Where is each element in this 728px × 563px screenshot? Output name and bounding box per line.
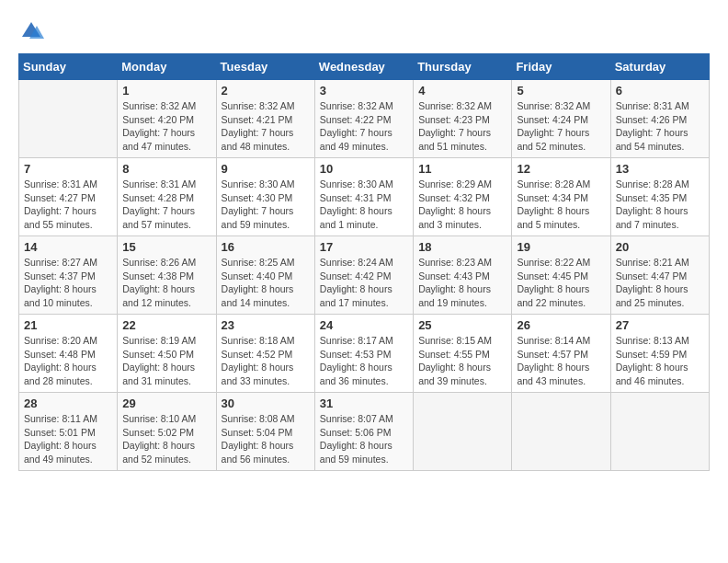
calendar-cell	[512, 393, 610, 471]
day-info: Sunrise: 8:18 AMSunset: 4:52 PMDaylight:…	[222, 334, 310, 388]
day-number: 29	[122, 396, 210, 410]
day-info: Sunrise: 8:07 AMSunset: 5:06 PMDaylight:…	[320, 412, 408, 466]
calendar-cell: 30Sunrise: 8:08 AMSunset: 5:04 PMDayligh…	[216, 393, 314, 471]
day-number: 23	[222, 318, 310, 332]
header-day-tuesday: Tuesday	[216, 54, 314, 80]
calendar-cell: 25Sunrise: 8:15 AMSunset: 4:55 PMDayligh…	[414, 315, 512, 393]
day-info: Sunrise: 8:15 AMSunset: 4:55 PMDaylight:…	[418, 334, 506, 388]
calendar-cell	[610, 393, 709, 471]
calendar-table: SundayMondayTuesdayWednesdayThursdayFrid…	[18, 53, 710, 471]
day-info: Sunrise: 8:31 AMSunset: 4:28 PMDaylight:…	[122, 178, 210, 232]
day-number: 15	[122, 240, 210, 254]
day-number: 3	[320, 84, 408, 98]
day-info: Sunrise: 8:32 AMSunset: 4:22 PMDaylight:…	[320, 99, 408, 154]
day-number: 10	[320, 162, 408, 176]
day-number: 21	[24, 318, 112, 332]
day-number: 8	[122, 162, 210, 176]
day-number: 26	[517, 318, 605, 332]
header-row: SundayMondayTuesdayWednesdayThursdayFrid…	[19, 54, 710, 80]
calendar-cell: 20Sunrise: 8:21 AMSunset: 4:47 PMDayligh…	[610, 236, 709, 315]
calendar-week-1: 1Sunrise: 8:32 AMSunset: 4:20 PMDaylight…	[19, 80, 710, 158]
calendar-cell: 29Sunrise: 8:10 AMSunset: 5:02 PMDayligh…	[118, 393, 216, 471]
day-number: 6	[616, 84, 704, 98]
calendar-cell: 23Sunrise: 8:18 AMSunset: 4:52 PMDayligh…	[216, 315, 314, 393]
calendar-cell: 21Sunrise: 8:20 AMSunset: 4:48 PMDayligh…	[19, 315, 118, 393]
day-info: Sunrise: 8:31 AMSunset: 4:27 PMDaylight:…	[24, 178, 112, 232]
calendar-cell: 9Sunrise: 8:30 AMSunset: 4:30 PMDaylight…	[216, 158, 314, 236]
day-number: 27	[616, 318, 704, 332]
calendar-cell: 5Sunrise: 8:32 AMSunset: 4:24 PMDaylight…	[512, 80, 610, 158]
page-header	[18, 18, 710, 44]
calendar-cell: 2Sunrise: 8:32 AMSunset: 4:21 PMDaylight…	[216, 80, 314, 158]
day-number: 20	[616, 240, 704, 254]
day-info: Sunrise: 8:14 AMSunset: 4:57 PMDaylight:…	[517, 334, 605, 388]
calendar-week-5: 28Sunrise: 8:11 AMSunset: 5:01 PMDayligh…	[19, 393, 710, 471]
calendar-cell	[414, 393, 512, 471]
calendar-cell: 27Sunrise: 8:13 AMSunset: 4:59 PMDayligh…	[610, 315, 709, 393]
day-info: Sunrise: 8:17 AMSunset: 4:53 PMDaylight:…	[320, 334, 408, 388]
day-number: 5	[517, 84, 605, 98]
calendar-cell: 17Sunrise: 8:24 AMSunset: 4:42 PMDayligh…	[314, 236, 413, 315]
day-info: Sunrise: 8:30 AMSunset: 4:31 PMDaylight:…	[320, 178, 408, 232]
calendar-cell	[19, 80, 118, 158]
logo-icon	[18, 18, 44, 44]
day-number: 12	[517, 162, 605, 176]
calendar-cell: 22Sunrise: 8:19 AMSunset: 4:50 PMDayligh…	[118, 315, 216, 393]
calendar-cell: 4Sunrise: 8:32 AMSunset: 4:23 PMDaylight…	[414, 80, 512, 158]
calendar-cell: 10Sunrise: 8:30 AMSunset: 4:31 PMDayligh…	[314, 158, 413, 236]
calendar-cell: 12Sunrise: 8:28 AMSunset: 4:34 PMDayligh…	[512, 158, 610, 236]
calendar-body: 1Sunrise: 8:32 AMSunset: 4:20 PMDaylight…	[19, 80, 710, 471]
day-info: Sunrise: 8:25 AMSunset: 4:40 PMDaylight:…	[222, 256, 310, 310]
calendar-week-3: 14Sunrise: 8:27 AMSunset: 4:37 PMDayligh…	[19, 236, 710, 315]
day-number: 9	[222, 162, 310, 176]
day-info: Sunrise: 8:30 AMSunset: 4:30 PMDaylight:…	[222, 178, 310, 232]
day-number: 2	[222, 84, 310, 98]
day-info: Sunrise: 8:31 AMSunset: 4:26 PMDaylight:…	[616, 99, 704, 154]
header-day-thursday: Thursday	[414, 54, 512, 80]
day-number: 13	[616, 162, 704, 176]
day-info: Sunrise: 8:32 AMSunset: 4:24 PMDaylight:…	[517, 99, 605, 154]
calendar-week-2: 7Sunrise: 8:31 AMSunset: 4:27 PMDaylight…	[19, 158, 710, 236]
calendar-cell: 26Sunrise: 8:14 AMSunset: 4:57 PMDayligh…	[512, 315, 610, 393]
logo	[18, 18, 48, 44]
header-day-sunday: Sunday	[19, 54, 118, 80]
calendar-cell: 3Sunrise: 8:32 AMSunset: 4:22 PMDaylight…	[314, 80, 413, 158]
calendar-cell: 1Sunrise: 8:32 AMSunset: 4:20 PMDaylight…	[118, 80, 216, 158]
day-info: Sunrise: 8:24 AMSunset: 4:42 PMDaylight:…	[320, 256, 408, 310]
calendar-cell: 15Sunrise: 8:26 AMSunset: 4:38 PMDayligh…	[118, 236, 216, 315]
day-number: 22	[122, 318, 210, 332]
day-number: 11	[418, 162, 506, 176]
day-number: 4	[418, 84, 506, 98]
calendar-cell: 6Sunrise: 8:31 AMSunset: 4:26 PMDaylight…	[610, 80, 709, 158]
day-info: Sunrise: 8:32 AMSunset: 4:23 PMDaylight:…	[418, 99, 506, 154]
day-info: Sunrise: 8:19 AMSunset: 4:50 PMDaylight:…	[122, 334, 210, 388]
day-number: 16	[222, 240, 310, 254]
calendar-cell: 24Sunrise: 8:17 AMSunset: 4:53 PMDayligh…	[314, 315, 413, 393]
day-info: Sunrise: 8:27 AMSunset: 4:37 PMDaylight:…	[24, 256, 112, 310]
calendar-cell: 18Sunrise: 8:23 AMSunset: 4:43 PMDayligh…	[414, 236, 512, 315]
day-number: 1	[122, 84, 210, 98]
day-info: Sunrise: 8:29 AMSunset: 4:32 PMDaylight:…	[418, 178, 506, 232]
day-info: Sunrise: 8:11 AMSunset: 5:01 PMDaylight:…	[24, 412, 112, 466]
day-number: 28	[24, 396, 112, 410]
calendar-cell: 7Sunrise: 8:31 AMSunset: 4:27 PMDaylight…	[19, 158, 118, 236]
day-number: 31	[320, 396, 408, 410]
day-number: 24	[320, 318, 408, 332]
day-info: Sunrise: 8:21 AMSunset: 4:47 PMDaylight:…	[616, 256, 704, 310]
day-info: Sunrise: 8:26 AMSunset: 4:38 PMDaylight:…	[122, 256, 210, 310]
day-number: 25	[418, 318, 506, 332]
day-info: Sunrise: 8:32 AMSunset: 4:20 PMDaylight:…	[122, 99, 210, 154]
day-info: Sunrise: 8:23 AMSunset: 4:43 PMDaylight:…	[418, 256, 506, 310]
day-number: 14	[24, 240, 112, 254]
calendar-cell: 11Sunrise: 8:29 AMSunset: 4:32 PMDayligh…	[414, 158, 512, 236]
day-info: Sunrise: 8:22 AMSunset: 4:45 PMDaylight:…	[517, 256, 605, 310]
calendar-cell: 13Sunrise: 8:28 AMSunset: 4:35 PMDayligh…	[610, 158, 709, 236]
calendar-cell: 8Sunrise: 8:31 AMSunset: 4:28 PMDaylight…	[118, 158, 216, 236]
day-number: 7	[24, 162, 112, 176]
calendar-cell: 31Sunrise: 8:07 AMSunset: 5:06 PMDayligh…	[314, 393, 413, 471]
day-info: Sunrise: 8:28 AMSunset: 4:34 PMDaylight:…	[517, 178, 605, 232]
header-day-wednesday: Wednesday	[314, 54, 413, 80]
calendar-cell: 19Sunrise: 8:22 AMSunset: 4:45 PMDayligh…	[512, 236, 610, 315]
calendar-cell: 28Sunrise: 8:11 AMSunset: 5:01 PMDayligh…	[19, 393, 118, 471]
header-day-friday: Friday	[512, 54, 610, 80]
